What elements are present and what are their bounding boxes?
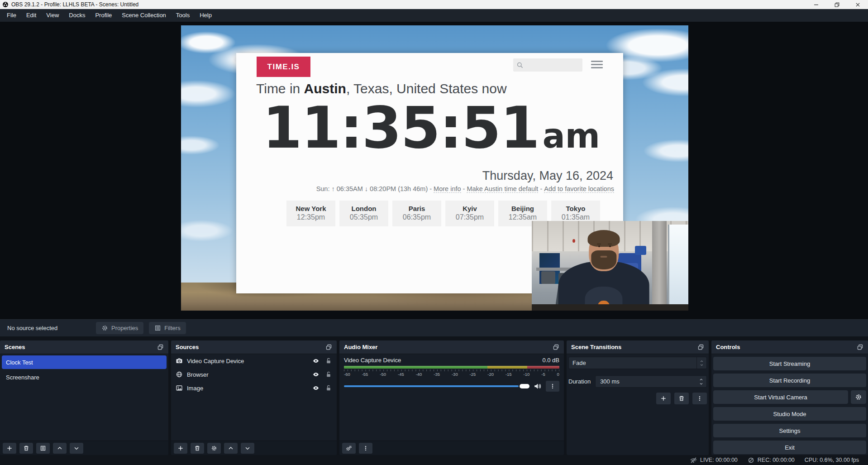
source-item-video-capture[interactable]: Video Capture Device xyxy=(171,354,337,368)
spinner-arrows-icon[interactable] xyxy=(699,378,704,386)
source-item-browser[interactable]: Browser xyxy=(171,368,337,381)
kebab-dots-icon xyxy=(696,395,703,402)
menu-docks[interactable]: Docks xyxy=(64,9,90,22)
source-item-image[interactable]: Image xyxy=(171,381,337,395)
title-bar: OBS 29.1.2 - Profile: LLHLS BETA - Scene… xyxy=(0,0,868,9)
mixer-menu-button[interactable] xyxy=(359,443,372,454)
move-source-down-button[interactable] xyxy=(241,443,254,454)
plus-icon xyxy=(660,395,667,402)
remove-scene-button[interactable] xyxy=(19,443,33,454)
popout-button[interactable] xyxy=(157,344,164,350)
cpu-status: CPU: 0.6%, 30.00 fps xyxy=(805,457,859,463)
move-scene-down-button[interactable] xyxy=(70,443,83,454)
start-streaming-button[interactable]: Start Streaming xyxy=(713,357,866,370)
visibility-eye-icon[interactable] xyxy=(312,371,320,378)
trash-icon xyxy=(678,395,685,402)
menu-profile[interactable]: Profile xyxy=(90,9,117,22)
popout-button[interactable] xyxy=(553,344,559,350)
scene-filters-button[interactable] xyxy=(36,443,50,454)
remove-transition-button[interactable] xyxy=(674,393,689,404)
popout-icon xyxy=(325,344,332,350)
minimize-button[interactable] xyxy=(806,0,826,9)
search-icon xyxy=(516,62,524,69)
studio-mode-button[interactable]: Studio Mode xyxy=(713,407,866,421)
start-virtual-camera-button[interactable]: Start Virtual Camera xyxy=(713,390,848,404)
sources-title: Sources xyxy=(176,344,199,350)
cam-blue-frame xyxy=(635,246,646,255)
scene-item-screenshare[interactable]: Screenshare xyxy=(2,370,167,384)
advanced-audio-button[interactable] xyxy=(342,443,356,454)
window-controls xyxy=(806,0,868,9)
menu-scene-collection[interactable]: Scene Collection xyxy=(117,9,171,22)
lock-icon[interactable] xyxy=(325,384,332,392)
remove-source-button[interactable] xyxy=(191,443,204,454)
settings-button[interactable]: Settings xyxy=(713,424,866,437)
webcam-source[interactable] xyxy=(532,221,688,311)
menu-help[interactable]: Help xyxy=(195,9,217,22)
restore-button[interactable] xyxy=(826,0,847,9)
move-source-up-button[interactable] xyxy=(224,443,238,454)
source-status-text: No source selected xyxy=(7,325,96,331)
controls-panel: Controls Start Streaming Start Recording… xyxy=(711,340,868,455)
cam-person-hair xyxy=(588,230,620,247)
volume-slider[interactable] xyxy=(344,384,529,389)
transition-properties-button[interactable] xyxy=(692,393,707,404)
obs-logo-icon xyxy=(2,1,9,8)
menu-view[interactable]: View xyxy=(41,9,64,22)
properties-button[interactable]: Properties xyxy=(96,322,143,334)
exit-button[interactable]: Exit xyxy=(713,441,866,454)
popout-button[interactable] xyxy=(697,344,704,350)
mixer-options-button[interactable] xyxy=(546,381,559,392)
live-status: LIVE: 00:00:00 xyxy=(690,457,738,464)
menu-file[interactable]: File xyxy=(2,9,21,22)
cam-person-brow xyxy=(608,244,612,244)
filters-button[interactable]: Filters xyxy=(149,322,186,334)
plus-icon xyxy=(177,445,184,451)
add-transition-button[interactable] xyxy=(656,393,671,404)
more-info-link: More info xyxy=(434,185,461,193)
virtual-camera-config-button[interactable] xyxy=(851,390,866,404)
gear-icon xyxy=(211,445,217,451)
timeis-city: Austin xyxy=(304,81,346,96)
lock-icon[interactable] xyxy=(325,357,332,364)
move-scene-up-button[interactable] xyxy=(53,443,67,454)
transition-select[interactable]: Fade xyxy=(568,357,707,369)
volume-slider-track xyxy=(344,385,519,387)
volume-slider-handle[interactable] xyxy=(520,384,529,388)
popout-icon xyxy=(553,344,559,350)
popout-button[interactable] xyxy=(325,344,332,350)
preview-canvas: TIME.IS Time in Austin, Texas, United St… xyxy=(181,25,688,311)
menu-bar: File Edit View Docks Profile Scene Colle… xyxy=(0,9,868,22)
gears-icon xyxy=(346,445,352,451)
start-recording-button[interactable]: Start Recording xyxy=(713,374,866,387)
lock-icon[interactable] xyxy=(325,371,332,378)
add-scene-button[interactable] xyxy=(3,443,16,454)
add-source-button[interactable] xyxy=(174,443,187,454)
menu-tools[interactable]: Tools xyxy=(171,9,195,22)
duration-spinbox[interactable]: 300 ms xyxy=(595,375,707,388)
popout-icon xyxy=(697,344,704,350)
menu-edit[interactable]: Edit xyxy=(21,9,41,22)
popout-icon xyxy=(857,344,863,350)
scene-item-clock-test[interactable]: Clock Test xyxy=(2,355,167,369)
city-box: Paris06:35pm xyxy=(392,201,441,226)
status-bar: LIVE: 00:00:00 REC: 00:00:00 CPU: 0.6%, … xyxy=(0,455,868,465)
timeis-logo: TIME.IS xyxy=(257,57,310,77)
image-icon xyxy=(176,384,183,392)
meter-tick-marks xyxy=(344,369,559,371)
trash-icon xyxy=(23,445,29,451)
chevron-down-icon xyxy=(73,445,80,451)
preview-area: TIME.IS Time in Austin, Texas, United St… xyxy=(0,22,868,319)
meter-tick-labels: -60-55-50-45-40-35-30-25-20-15-10-50 xyxy=(344,372,559,377)
visibility-eye-icon[interactable] xyxy=(312,357,320,364)
source-properties-button[interactable] xyxy=(207,443,221,454)
timeis-heading: Time in Austin, Texas, United States now xyxy=(256,81,507,96)
close-icon xyxy=(855,2,861,8)
filters-icon xyxy=(154,325,161,331)
visibility-eye-icon[interactable] xyxy=(312,384,320,392)
mute-button[interactable] xyxy=(534,382,542,390)
popout-button[interactable] xyxy=(857,344,863,350)
close-button[interactable] xyxy=(847,0,868,9)
popout-icon xyxy=(157,344,164,350)
city-box: New York12:35pm xyxy=(286,201,335,226)
